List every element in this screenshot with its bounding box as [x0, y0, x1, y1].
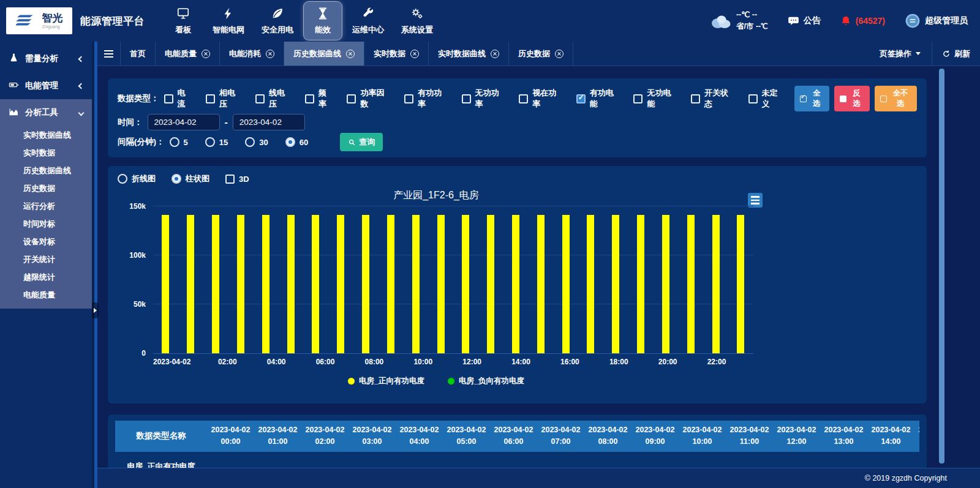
table-header-cell-5: 2023-04-0205:00 — [443, 421, 490, 452]
sidebar-item-analysis-tools[interactable]: 分析工具 — [0, 99, 92, 126]
value-cell-2: 141298 — [301, 452, 349, 468]
logo[interactable]: 智光 Zhiguang — [6, 7, 72, 34]
nav-item-smart-grid[interactable]: 智能电网 — [206, 2, 251, 40]
datatype-checkbox-10[interactable]: 开关状态 — [691, 88, 735, 110]
date-from-input[interactable] — [148, 114, 220, 130]
interval-radio-30[interactable]: 30 — [245, 137, 268, 147]
sidebar-item-demand-analysis[interactable]: 需量分析 — [0, 45, 92, 72]
datatype-checkbox-1[interactable]: 相电压 — [206, 88, 242, 110]
query-button[interactable]: 查询 — [340, 133, 383, 151]
datatype-checkbox-3[interactable]: 频率 — [305, 88, 333, 110]
close-icon[interactable] — [346, 50, 355, 58]
close-icon[interactable] — [202, 50, 210, 58]
filter-panel: 数据类型： 电流相电压线电压频率功率因数有功功率无功功率视在功率有功电能无功电能… — [108, 78, 927, 157]
radio-icon — [118, 174, 127, 184]
sidebar-subitem-2[interactable]: 历史数据曲线 — [0, 162, 92, 179]
nav-item-ops-center[interactable]: 运维中心 — [345, 2, 391, 40]
chart-mode-bar-label: 柱状图 — [186, 173, 209, 184]
legend-item-0[interactable]: 电房_正向有功电度 — [348, 376, 424, 386]
tab-3[interactable]: 历史数据曲线 — [284, 42, 364, 66]
interval-radio-15[interactable]: 15 — [205, 137, 228, 147]
datatype-checkbox-6[interactable]: 无功功率 — [462, 88, 506, 110]
sidebar-subitem-5[interactable]: 时间对标 — [0, 215, 92, 233]
sidebar-subitem-7[interactable]: 开关统计 — [0, 250, 92, 268]
datatype-checkbox-7[interactable]: 视在功率 — [519, 88, 563, 110]
tab-operations-dropdown[interactable]: 页签操作 — [869, 48, 932, 59]
checkbox-label: 功率因数 — [360, 88, 391, 110]
chart-mode-3d-checkbox[interactable]: 3D — [225, 175, 249, 184]
sidebar-subitem-0[interactable]: 实时数据曲线 — [0, 126, 92, 144]
table-header-cell-13: 2023-04-0213:00 — [820, 421, 867, 452]
datatype-checkbox-11[interactable]: 未定义 — [748, 88, 785, 110]
bar — [687, 215, 695, 353]
datatype-checkbox-0[interactable]: 电流 — [164, 88, 192, 110]
bar-slot — [378, 207, 403, 353]
chart-mode-line-radio[interactable]: 折线图 — [118, 173, 156, 184]
logo-subtext: Zhiguang — [42, 24, 63, 29]
nav-item-kanban[interactable]: 看板 — [164, 2, 202, 40]
tab-4[interactable]: 实时数据 — [364, 42, 429, 66]
logo-mark-icon — [16, 12, 39, 29]
sidebar-group-energy-management: 电能管理 — [0, 72, 92, 99]
close-icon[interactable] — [410, 50, 419, 58]
row-name-line1: 电房_正向有功电度 — [116, 461, 206, 468]
menu-toggle-button[interactable] — [97, 42, 121, 66]
date-to-input[interactable] — [233, 114, 305, 130]
nav-item-energy-efficiency[interactable]: 能效 — [304, 2, 342, 40]
value-cell-9: 141312 — [631, 452, 679, 468]
gears-icon — [410, 7, 424, 22]
table-header-cell-6: 2023-04-0206:00 — [490, 421, 537, 452]
radio-icon — [205, 137, 215, 147]
datatype-checkbox-8[interactable]: 有功电能 — [576, 88, 620, 110]
table-row: 电房_正向有功电度(kWh)141294.11141296.1114129814… — [115, 452, 919, 468]
sidebar-subitem-1[interactable]: 实时数据 — [0, 144, 92, 162]
vertical-scrollbar[interactable] — [939, 69, 944, 464]
bar — [737, 215, 744, 353]
time-label: 时间： — [118, 117, 143, 128]
sidebar-item-energy-management[interactable]: 电能管理 — [0, 72, 92, 99]
close-icon[interactable] — [555, 50, 564, 58]
close-icon[interactable] — [266, 50, 274, 58]
bar-slot — [203, 207, 228, 353]
interval-radio-5[interactable]: 5 — [170, 137, 188, 147]
invert-selection-button[interactable]: 反选 — [834, 86, 869, 111]
close-icon[interactable] — [491, 50, 499, 58]
x-axis-slot: 16:00 — [557, 356, 582, 367]
sidebar-subitem-8[interactable]: 越限统计 — [0, 268, 92, 286]
tab-5[interactable]: 实时数据曲线 — [429, 42, 509, 66]
nav-item-safe-power[interactable]: 安全用电 — [255, 2, 300, 40]
datatype-checkbox-5[interactable]: 有功功率 — [404, 88, 448, 110]
tab-0[interactable]: 首页 — [121, 42, 156, 66]
y-axis-tick: 0 — [118, 349, 146, 358]
header-date: 2023-04-02 — [586, 424, 630, 436]
refresh-button[interactable]: 刷新 — [932, 48, 980, 59]
sidebar-subitem-9[interactable]: 电能质量 — [0, 286, 92, 304]
search-icon — [348, 138, 356, 146]
chart-mode-bar-radio[interactable]: 柱状图 — [172, 173, 209, 184]
nav-item-system-settings[interactable]: 系统设置 — [394, 2, 440, 40]
interval-radio-60[interactable]: 60 — [285, 137, 308, 147]
alarm-button[interactable]: (64527) — [840, 15, 885, 26]
legend-item-1[interactable]: 电房_负向有功电度 — [448, 376, 524, 386]
value-cell-7: 141307.7 — [537, 452, 584, 468]
query-label: 查询 — [359, 137, 375, 148]
sidebar-subitem-4[interactable]: 运行分析 — [0, 197, 92, 215]
select-all-label: 全选 — [810, 88, 824, 109]
sidebar-subitem-3[interactable]: 历史数据 — [0, 179, 92, 197]
select-all-button[interactable]: 全选 — [794, 86, 829, 111]
tab-1[interactable]: 电能质量 — [156, 42, 220, 66]
datatype-checkbox-4[interactable]: 功率因数 — [347, 88, 391, 110]
sidebar-collapse-handle[interactable] — [92, 302, 99, 318]
select-none-button[interactable]: 全不选 — [875, 86, 917, 111]
notice-button[interactable]: 公告 — [788, 15, 821, 27]
checkbox-label: 开关状态 — [704, 88, 735, 110]
bar-slot — [553, 207, 578, 353]
datatype-checkbox-9[interactable]: 无功电能 — [633, 88, 677, 110]
x-axis-tick: 18:00 — [609, 358, 628, 366]
bar — [487, 215, 494, 353]
datatype-checkbox-2[interactable]: 线电压 — [255, 88, 292, 110]
user-menu[interactable]: 超级管理员 — [905, 13, 968, 29]
tab-6[interactable]: 历史数据 — [509, 42, 573, 66]
sidebar-subitem-6[interactable]: 设备对标 — [0, 233, 92, 250]
tab-2[interactable]: 电能消耗 — [220, 42, 284, 66]
